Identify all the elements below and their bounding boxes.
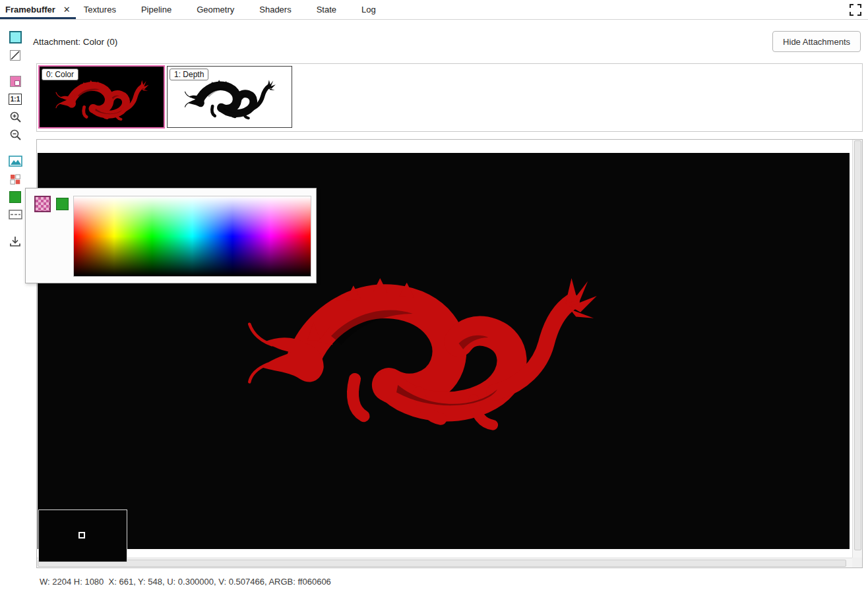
attachment-label: Attachment: Color (0) (33, 37, 117, 47)
attachments-strip: 0: Color 1: Depth (36, 63, 863, 132)
pink-texture-icon[interactable] (6, 73, 24, 90)
green-swatch (9, 191, 21, 203)
attachment-thumb-depth[interactable]: 1: Depth (167, 66, 292, 128)
secondary-color-swatch[interactable] (56, 198, 69, 210)
hide-attachments-button[interactable]: Hide Attachments (772, 31, 861, 52)
close-tab-icon[interactable]: ✕ (63, 5, 71, 15)
tab-log[interactable]: Log (354, 0, 393, 19)
image-view-icon[interactable] (6, 152, 24, 170)
pink-swatch (10, 76, 21, 87)
zoom-out-icon[interactable] (6, 126, 24, 144)
tab-pipeline[interactable]: Pipeline (133, 0, 189, 19)
alpha-slash-icon[interactable] (6, 46, 24, 64)
attachment-thumb-color[interactable]: 0: Color (38, 65, 165, 129)
cyan-swatch (9, 31, 22, 44)
minimap-cursor-marker (78, 532, 85, 538)
scrollbar-corner (852, 558, 862, 567)
tab-shaders-label: Shaders (259, 5, 291, 15)
color-picker-panel (25, 188, 317, 283)
save-download-icon[interactable] (6, 232, 24, 250)
picked-color-swatch[interactable] (34, 196, 51, 212)
tab-pipeline-label: Pipeline (141, 5, 171, 15)
tab-state[interactable]: State (309, 0, 354, 19)
vertical-scrollbar[interactable] (852, 140, 862, 559)
split-view-icon[interactable] (6, 206, 24, 223)
fullscreen-icon[interactable] (850, 4, 861, 16)
channels-grid-icon[interactable] (6, 170, 24, 188)
tab-state-label: State (317, 5, 336, 15)
horizontal-scrollbar[interactable] (37, 558, 853, 567)
horizontal-scrollbar-thumb[interactable] (38, 560, 846, 567)
attachment-badge-color: 0: Color (42, 69, 78, 80)
one-to-one-zoom-icon[interactable]: 1:1 (6, 90, 24, 108)
vertical-scrollbar-thumb[interactable] (854, 140, 861, 550)
cyan-texture-icon[interactable] (6, 28, 24, 46)
tab-framebuffer-label: Framebuffer (5, 5, 55, 15)
green-color-swatch-icon[interactable] (6, 188, 24, 206)
zoom-in-icon[interactable] (6, 108, 24, 126)
hue-saturation-spectrum[interactable] (73, 196, 311, 277)
tab-log-label: Log (361, 5, 376, 15)
pixel-status-text: W: 2204 H: 1080 X: 661, Y: 548, U: 0.300… (40, 577, 331, 587)
one-to-one-label: 1:1 (9, 94, 22, 105)
tab-textures[interactable]: Textures (76, 0, 133, 19)
tab-shaders[interactable]: Shaders (251, 0, 308, 19)
attachment-badge-depth: 1: Depth (170, 69, 208, 80)
tab-geometry[interactable]: Geometry (189, 0, 251, 19)
tab-framebuffer[interactable]: Framebuffer ✕ (0, 0, 76, 19)
tab-bar: Framebuffer ✕ Textures Pipeline Geometry… (0, 0, 868, 20)
tab-geometry-label: Geometry (197, 5, 234, 15)
minimap-overview[interactable] (38, 509, 127, 562)
tab-textures-label: Textures (84, 5, 116, 15)
